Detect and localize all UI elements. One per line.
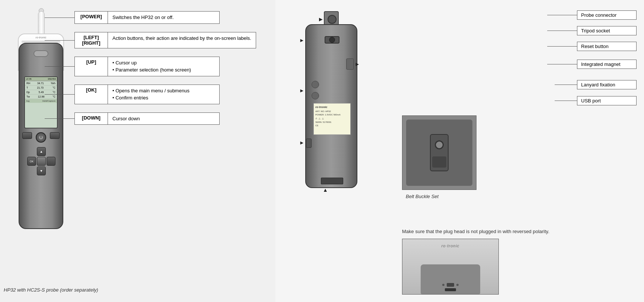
- desc-down: Cursor down: [108, 112, 220, 125]
- lanyard-arrow: ◄: [299, 140, 305, 146]
- power-button[interactable]: [36, 132, 46, 143]
- tripod-socket-visual: [325, 36, 339, 44]
- belt-buckle-inner: [402, 116, 476, 190]
- down-button[interactable]: ▼: [37, 166, 46, 175]
- tripod-socket-hole: [329, 37, 335, 43]
- device-illustration-left: ro·tronic LF.45 350/450 RH 34.71 %rh T 2…: [11, 11, 71, 246]
- dock-indicator-2: [456, 284, 459, 286]
- belt-caption: Belt Buckle Set: [406, 194, 439, 199]
- nav-empty-br: [47, 166, 55, 175]
- screen-footer-log: log: [26, 100, 29, 102]
- line-reset: [547, 46, 577, 47]
- label-magnet: Integrated magnet: [395, 60, 637, 69]
- desc-leftright: Action buttons, their action are indicat…: [108, 32, 256, 48]
- device-buttons: ▲ OK ▼: [22, 132, 60, 175]
- dock-usb-connector: [445, 288, 456, 291]
- line-probe: [547, 15, 577, 15]
- label-box-lanyard: Lanyard fixation: [577, 80, 637, 89]
- screen-dp-unit: °C: [52, 91, 55, 93]
- connector-socket: [328, 15, 337, 24]
- nav-cross: ▲ OK ▼: [27, 147, 55, 175]
- screen-header-right: 350/450: [48, 78, 56, 80]
- dock-indicator-1: [442, 284, 444, 286]
- clip-body: [430, 134, 449, 171]
- up-button[interactable]: ▲: [37, 147, 46, 156]
- screen-t-label: T: [26, 86, 28, 89]
- top-arrow-indicator: ◄: [318, 16, 324, 23]
- screen-t-value: 21.73: [37, 86, 44, 89]
- left-panel: ro·tronic LF.45 350/450 RH 34.71 %rh T 2…: [0, 0, 275, 302]
- label-box-tripod: Tripod socket: [577, 26, 637, 35]
- callout-leftright: [LEFT] [RIGHT] Action buttons, their act…: [74, 32, 261, 48]
- line-ok: [45, 94, 74, 95]
- nav-empty-tr: [47, 147, 55, 156]
- screen-header-left: LF.45: [26, 78, 32, 80]
- lanyard-fixation-visual: [306, 139, 312, 148]
- label-art-no: ART. NO: HP32: [315, 110, 349, 113]
- line-down: [45, 118, 74, 119]
- reset-arrow: ◄: [355, 62, 360, 68]
- reset-button-visual: ◄: [346, 58, 354, 70]
- screen-dp-value: 5.49: [39, 91, 44, 93]
- belt-buckle-box: [402, 115, 476, 190]
- key-up: [UP]: [74, 57, 108, 76]
- clip-slot: [432, 156, 446, 168]
- magnet-arrow: ◄: [299, 88, 305, 94]
- ok-center-button[interactable]: [37, 157, 46, 166]
- label-reset: Reset button: [395, 42, 637, 51]
- left-action-button[interactable]: [22, 132, 32, 139]
- dock-body: [421, 264, 480, 294]
- warning-text: Make sure that the plug head is not plug…: [402, 228, 637, 235]
- label-ce: CE: [315, 124, 349, 127]
- line-usb: [555, 101, 577, 101]
- screen-row-t: T 21.73 °C: [25, 86, 57, 90]
- ok-right-button[interactable]: [47, 157, 55, 166]
- action-buttons-row: [22, 132, 60, 145]
- callout-container: [POWER] Switches the HP32 on or off. [LE…: [74, 11, 261, 133]
- screen-footer: log Hold/Capture: [25, 99, 57, 103]
- line-leftright: [45, 40, 74, 41]
- line-power: [45, 18, 74, 18]
- callout-down: [DOWN] Cursor down: [74, 112, 261, 125]
- label-box-reset: Reset button: [577, 42, 637, 51]
- label-box-usb: USB port: [577, 96, 637, 105]
- device-caption-left: HP32 with HC2S-S probe (order separately…: [4, 287, 98, 293]
- magnet-visual-2: [312, 92, 319, 99]
- key-power: [POWER]: [74, 11, 108, 24]
- screen-dp-label: Dp: [26, 91, 30, 93]
- top-connector: [324, 11, 339, 26]
- dock-port-center: [447, 283, 454, 287]
- back-body-main: ◄ ◄ ◄ ro·tronic ART. NO: HP32 POWER: 1.5…: [305, 24, 357, 188]
- screen-rh-label: RH: [26, 82, 30, 85]
- label-serial: SERN: 5170001: [315, 121, 349, 124]
- connector-ring: [34, 50, 48, 57]
- label-box-probe: Probe connector: [577, 10, 637, 20]
- label-usb: USB port: [395, 96, 637, 105]
- screen-rh-unit: %rh: [51, 82, 55, 85]
- label-probe-connector: Probe connector: [395, 10, 637, 20]
- label-lanyard: Lanyard fixation: [395, 80, 637, 89]
- power-icon: [39, 136, 43, 139]
- screen-tw-label: Tw: [26, 95, 30, 98]
- screen-row-rh: RH 34.71 %rh: [25, 81, 57, 86]
- screen-row-tw: Tw 12.98 °C: [25, 95, 57, 99]
- device-label-sticker: ro·tronic ART. NO: HP32 POWER: 1.5VDC 50…: [313, 103, 351, 135]
- nav-empty-tl: [27, 147, 36, 156]
- desc-ok: • Opens the main menu / submenus • Confi…: [108, 85, 220, 104]
- dock-ports-row: [442, 283, 459, 287]
- right-panel: ◄ ◄ ◄ ◄: [275, 0, 644, 302]
- device-screen: LF.45 350/450 RH 34.71 %rh T 21.73 °C Dp…: [24, 76, 58, 128]
- screen-rh-value: 34.71: [37, 82, 44, 85]
- callout-ok: [OK] • Opens the main menu / submenus • …: [74, 85, 261, 104]
- label-box-magnet: Integrated magnet: [577, 60, 637, 69]
- dock-brand-label: ro·tronic: [441, 244, 460, 248]
- label-tripod: Tripod socket: [395, 26, 637, 35]
- right-action-button[interactable]: [50, 132, 60, 139]
- labels-area: Probe connector Tripod socket Reset butt…: [395, 0, 644, 302]
- ok-left-button[interactable]: OK: [27, 157, 36, 166]
- belt-clip-body: [406, 120, 472, 186]
- device-back-container: ◄ ◄ ◄ ◄: [305, 11, 357, 197]
- magnet-visual: [312, 81, 319, 88]
- callout-up: [UP] • Cursor up • Parameter selection (…: [74, 57, 261, 76]
- callout-power: [POWER] Switches the HP32 on or off.: [74, 11, 261, 24]
